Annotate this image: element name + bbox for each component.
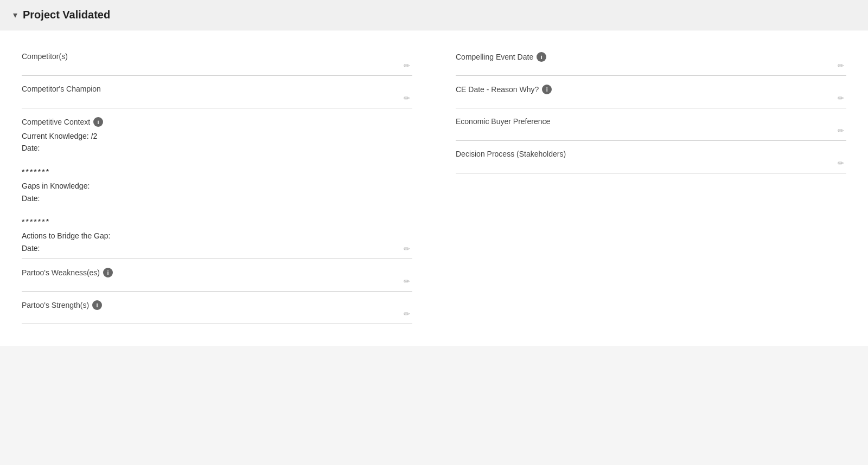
gaps-knowledge: Gaps in Knowledge: [22, 180, 412, 192]
fields-grid: Competitor(s) ✏ Competitor's Champion ✏ … [22, 43, 846, 324]
section-title: Project Validated [23, 9, 110, 21]
gaps-date: Date: [22, 192, 412, 204]
economic-buyer-edit-icon[interactable]: ✏ [838, 126, 844, 135]
chevron-down-icon: ▾ [13, 10, 17, 20]
field-compelling-event-date: Compelling Event Date i ✏ [456, 43, 846, 76]
ce-date-reason-label: CE Date - Reason Why? i [456, 85, 846, 94]
competitive-context-content: Current Knowledge: /2 Date: ******* Gaps… [22, 130, 412, 254]
ce-date-reason-edit-icon[interactable]: ✏ [838, 94, 844, 102]
field-competitors-champion: Competitor's Champion ✏ [22, 76, 412, 108]
actions-date: Date: [22, 242, 412, 254]
partoo-weaknesses-label: Partoo's Weakness(es) i [22, 268, 412, 277]
section-content: Competitor(s) ✏ Competitor's Champion ✏ … [0, 30, 868, 346]
actions-bridge: Actions to Bridge the Gap: [22, 230, 412, 242]
section-header[interactable]: ▾ Project Validated [0, 0, 868, 30]
field-partoo-weaknesses: Partoo's Weakness(es) i ✏ [22, 259, 412, 292]
competitors-champion-label: Competitor's Champion [22, 85, 412, 93]
competitive-context-edit-icon[interactable]: ✏ [404, 244, 410, 253]
partoo-strengths-label: Partoo's Strength(s) i [22, 300, 412, 310]
field-decision-process: Decision Process (Stakeholders) ✏ [456, 141, 846, 173]
compelling-event-date-edit-icon[interactable]: ✏ [838, 61, 844, 70]
competitors-label: Competitor(s) [22, 52, 412, 61]
economic-buyer-label: Economic Buyer Preference [456, 117, 846, 126]
field-competitors: Competitor(s) ✏ [22, 43, 412, 76]
partoo-weaknesses-info-icon[interactable]: i [103, 268, 113, 277]
field-partoo-strengths: Partoo's Strength(s) i ✏ [22, 292, 412, 324]
competitive-context-label: Competitive Context i [22, 117, 412, 127]
left-column: Competitor(s) ✏ Competitor's Champion ✏ … [22, 43, 412, 324]
decision-process-edit-icon[interactable]: ✏ [838, 159, 844, 167]
page-container: ▾ Project Validated Competitor(s) ✏ Comp… [0, 0, 868, 465]
field-competitive-context: Competitive Context i ✏ Current Knowledg… [22, 108, 412, 259]
field-ce-date-reason: CE Date - Reason Why? i ✏ [456, 76, 846, 108]
compelling-event-date-info-icon[interactable]: i [537, 52, 546, 62]
partoo-strengths-edit-icon[interactable]: ✏ [404, 309, 410, 318]
competitors-edit-icon[interactable]: ✏ [404, 61, 410, 70]
right-column: Compelling Event Date i ✏ CE Date - Reas… [456, 43, 846, 324]
ce-date-reason-info-icon[interactable]: i [542, 85, 552, 94]
competitors-champion-edit-icon[interactable]: ✏ [404, 94, 410, 102]
stars-1: ******* [22, 166, 412, 180]
stars-2: ******* [22, 216, 412, 230]
competitive-context-info-icon[interactable]: i [93, 117, 103, 127]
current-date: Date: [22, 142, 412, 154]
decision-process-label: Decision Process (Stakeholders) [456, 150, 846, 158]
current-knowledge: Current Knowledge: /2 [22, 130, 412, 142]
field-economic-buyer: Economic Buyer Preference ✏ [456, 108, 846, 141]
compelling-event-date-label: Compelling Event Date i [456, 52, 846, 62]
partoo-weaknesses-edit-icon[interactable]: ✏ [404, 277, 410, 286]
partoo-strengths-info-icon[interactable]: i [92, 300, 102, 310]
